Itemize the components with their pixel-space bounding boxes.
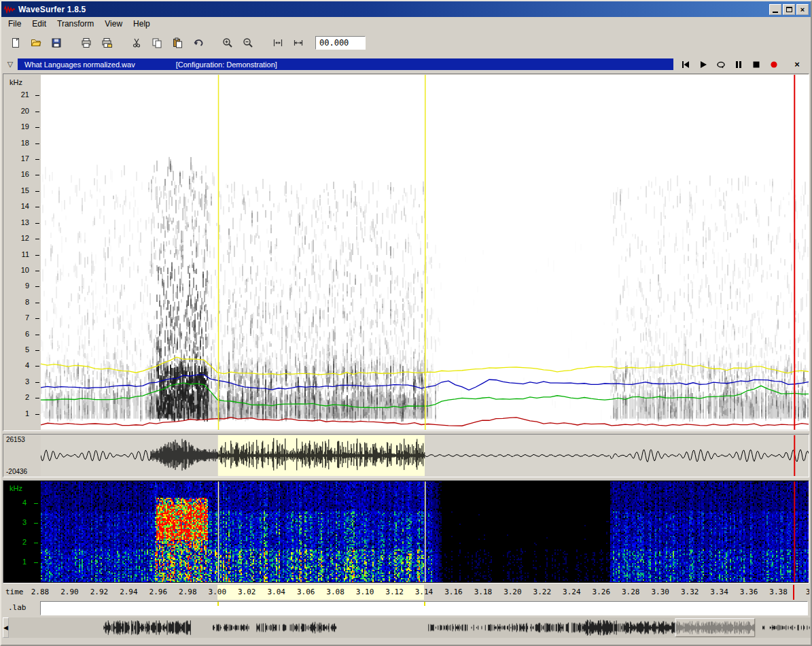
menu-help[interactable]: Help xyxy=(128,18,156,30)
open-button[interactable] xyxy=(26,33,46,52)
pause-button[interactable] xyxy=(733,60,744,69)
spectrogram-tick-label: 5 xyxy=(3,345,29,354)
spectrogram-tick-label: 19 xyxy=(3,122,29,131)
lab-track-label: .lab xyxy=(8,603,27,612)
window-title: WaveSurfer 1.8.5 xyxy=(18,5,768,14)
pane-title-bar[interactable]: What Languages normalized.wav [Configura… xyxy=(18,58,673,70)
stop-button[interactable] xyxy=(751,60,762,69)
spectrogram-tick-mark xyxy=(35,95,39,96)
zoom-out-button[interactable] xyxy=(238,33,258,52)
spectrogram-canvas[interactable] xyxy=(41,75,809,430)
zoom-in-icon xyxy=(222,37,233,48)
new-button[interactable] xyxy=(5,33,26,52)
time-tick-label: 3 xyxy=(806,588,809,596)
time-tick-label: 3.36 xyxy=(740,588,758,596)
spectrogram-tick-mark xyxy=(35,143,39,144)
time-tick-label: 3.10 xyxy=(356,588,374,596)
color-spectrogram-tick-label: 1 xyxy=(3,558,27,566)
file-overview-scrollbar: ◀ ▶ xyxy=(3,617,809,638)
spectrogram-tick-label: 1 xyxy=(3,409,29,418)
spectrogram-tick-mark xyxy=(35,382,39,383)
spectrogram-tick-mark xyxy=(35,335,39,335)
color-spectrogram-tick-label: 3 xyxy=(3,518,27,526)
undo-button[interactable] xyxy=(188,33,208,52)
play-loop-button[interactable] xyxy=(716,60,726,69)
time-tick-label: 3.12 xyxy=(385,588,404,596)
spectrogram-axis-unit: kHz xyxy=(10,78,22,86)
save-button[interactable] xyxy=(46,33,67,52)
color-spectrogram-tick-mark xyxy=(34,523,38,524)
skip-to-start-button[interactable] xyxy=(680,60,691,69)
record-icon xyxy=(770,61,778,69)
spectrogram-tick-mark xyxy=(35,366,39,367)
color-spectrogram-tick-label: 2 xyxy=(3,538,27,546)
skip-to-start-icon xyxy=(682,61,690,69)
spectrogram-tick-label: 8 xyxy=(3,298,29,306)
spectrogram-tick-mark xyxy=(35,223,39,224)
paste-icon xyxy=(172,37,183,48)
color-spectrogram-tick-mark xyxy=(34,503,38,504)
open-icon xyxy=(31,37,41,48)
zoom-selection-icon xyxy=(272,37,283,48)
pane-menu-icon[interactable]: ▽ xyxy=(3,60,18,69)
pane-close-button[interactable]: × xyxy=(792,60,802,69)
transport-controls: × xyxy=(673,60,809,69)
waveform-canvas[interactable] xyxy=(41,435,809,476)
menu-file[interactable]: File xyxy=(3,18,27,30)
print-config-button[interactable] xyxy=(96,33,117,52)
time-tick-label: 3.00 xyxy=(209,588,227,596)
pane-configuration: [Configuration: Demonstration] xyxy=(176,61,277,69)
spectrogram-tick-mark xyxy=(35,303,39,303)
time-tick-label: 3.08 xyxy=(326,588,345,596)
menu-view[interactable]: View xyxy=(99,18,128,30)
playback-cursor xyxy=(793,585,794,600)
new-icon xyxy=(10,37,21,48)
spectrogram-tick-label: 3 xyxy=(3,377,29,386)
menu-transform[interactable]: Transform xyxy=(52,18,99,30)
spectrogram-tick-mark xyxy=(35,127,39,128)
copy-button[interactable] xyxy=(147,33,167,52)
time-tick-label: 2.98 xyxy=(179,588,197,596)
maximize-button[interactable] xyxy=(783,4,795,15)
undo-icon xyxy=(192,37,203,48)
time-tick-label: 3.18 xyxy=(474,588,493,596)
play-button[interactable] xyxy=(698,60,709,69)
cut-button[interactable] xyxy=(126,33,147,52)
time-tick-label: 2.94 xyxy=(120,588,138,596)
lab-track: .lab xyxy=(3,601,809,615)
zoom-selection-button[interactable] xyxy=(268,33,288,52)
spectrogram-tick-mark xyxy=(35,398,39,398)
zoom-in-button[interactable] xyxy=(217,33,238,52)
spectrogram-tick-mark xyxy=(35,414,39,415)
play-loop-icon xyxy=(717,61,725,69)
cursor-time-field[interactable] xyxy=(315,36,366,50)
spectrogram-tick-label: 4 xyxy=(3,361,29,369)
menu-edit[interactable]: Edit xyxy=(27,18,52,30)
time-tick-label: 3.06 xyxy=(297,588,315,596)
time-tick-label: 3.14 xyxy=(415,588,434,596)
maximize-icon xyxy=(786,7,792,12)
spectrogram-tick-label: 16 xyxy=(3,170,29,178)
spectrogram-tick-mark xyxy=(35,350,39,351)
title-bar[interactable]: WaveSurfer 1.8.5 × xyxy=(1,1,811,17)
spectrogram-tick-mark xyxy=(35,255,39,256)
minimize-button[interactable] xyxy=(769,4,781,15)
spectrogram-tick-label: 20 xyxy=(3,107,29,115)
overview-canvas[interactable] xyxy=(9,617,812,638)
close-button[interactable]: × xyxy=(796,4,809,15)
print-button[interactable] xyxy=(76,33,96,52)
color-spectrogram-canvas[interactable] xyxy=(41,481,809,582)
time-tick-label: 3.16 xyxy=(444,588,463,596)
time-tick-label: 2.90 xyxy=(60,588,79,596)
time-tick-label: 3.24 xyxy=(563,588,581,596)
zoom-all-button[interactable] xyxy=(288,33,308,52)
color-spectrogram-tick-mark xyxy=(34,562,38,563)
time-tick-label: 3.02 xyxy=(238,588,256,596)
menu-bar: FileEditTransformViewHelp xyxy=(1,17,811,31)
paste-button[interactable] xyxy=(167,33,188,52)
record-button[interactable] xyxy=(769,60,779,69)
print-icon xyxy=(81,37,92,48)
time-axis[interactable]: time 2.882.902.922.942.962.983.003.023.0… xyxy=(3,585,809,600)
time-tick-label: 3.04 xyxy=(267,588,285,596)
scroll-left-icon[interactable]: ◀ xyxy=(3,617,9,638)
